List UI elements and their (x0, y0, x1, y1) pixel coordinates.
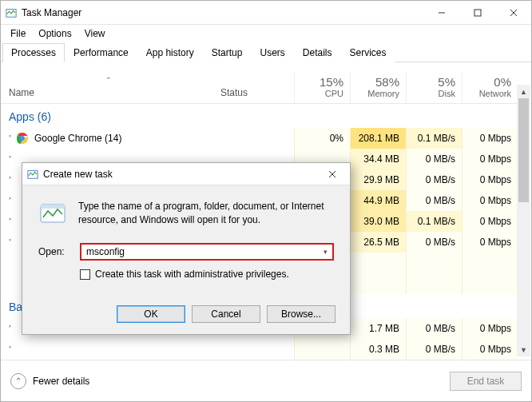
menubar: File Options View (1, 25, 531, 42)
disk-cell: 0 MB/s (406, 318, 462, 339)
tab-strip: Processes Performance App history Startu… (1, 42, 531, 62)
column-headers: ⌃ Name Status 15% CPU 58% Memory 5% Disk… (1, 62, 531, 104)
window-title: Task Manager (22, 7, 423, 18)
tab-processes[interactable]: Processes (2, 43, 65, 62)
tab-performance[interactable]: Performance (65, 43, 137, 62)
net-cell: 0 Mbps (462, 211, 518, 232)
table-row[interactable]: ˃Google Chrome (14)0%208.1 MB0.1 MB/s0 M… (1, 128, 531, 149)
ok-button[interactable]: OK (117, 305, 185, 323)
chevron-up-icon: ⌃ (10, 373, 26, 389)
process-name: Google Chrome (14) (30, 133, 214, 144)
expand-icon[interactable]: ˃ (1, 217, 15, 226)
mem-cell: 1.7 MB (350, 318, 406, 339)
metric-cell (350, 273, 406, 294)
dialog-icon (22, 169, 43, 180)
disk-cell: 0 MB/s (406, 169, 462, 190)
net-cell: 0 Mbps (462, 318, 518, 339)
scroll-up-icon[interactable]: ▲ (517, 85, 530, 98)
open-input[interactable] (81, 245, 318, 259)
admin-checkbox[interactable] (80, 269, 90, 280)
expand-icon[interactable]: ˃ (1, 197, 15, 205)
net-cell: 0 Mbps (462, 232, 518, 253)
mem-cell: 44.9 MB (350, 190, 406, 211)
mem-cell: 39.0 MB (350, 211, 406, 232)
expand-icon[interactable]: ˃ (1, 155, 15, 164)
col-cpu[interactable]: 15% CPU (294, 72, 350, 103)
mem-cell: 0.3 MB (350, 339, 406, 360)
maximize-button[interactable] (459, 1, 495, 25)
mem-cell: 29.9 MB (350, 169, 406, 190)
net-cell: 0 Mbps (462, 169, 518, 190)
disk-cell: 0.1 MB/s (406, 211, 462, 232)
disk-cell: 0 MB/s (406, 149, 462, 169)
table-row[interactable]: ˃0.3 MB0 MB/s0 Mbps (1, 339, 531, 360)
col-status[interactable]: Status (214, 84, 294, 103)
metric-cell (462, 273, 518, 294)
metric-cell (350, 253, 406, 273)
menu-options[interactable]: Options (32, 26, 77, 41)
cpu-cell: 0% (294, 128, 350, 149)
open-combobox[interactable]: ▾ (80, 243, 334, 261)
menu-view[interactable]: View (78, 26, 112, 41)
app-icon (15, 342, 30, 356)
expand-icon[interactable]: ˃ (1, 176, 15, 185)
metric-cell (462, 253, 518, 273)
end-task-button[interactable]: End task (450, 372, 522, 391)
svg-rect-12 (41, 205, 65, 209)
scroll-down-icon[interactable]: ▼ (517, 343, 530, 356)
disk-cell: 0 MB/s (406, 339, 462, 360)
run-icon (38, 200, 67, 229)
net-cell: 0 Mbps (462, 339, 518, 360)
browse-button[interactable]: Browse... (267, 305, 335, 323)
disk-cell: 0.1 MB/s (406, 128, 462, 149)
mem-cell: 34.4 MB (350, 149, 406, 169)
col-network[interactable]: 0% Network (462, 72, 518, 103)
net-cell: 0 Mbps (462, 149, 518, 169)
metric-cell (406, 253, 462, 273)
dialog-message: Type the name of a program, folder, docu… (78, 200, 334, 227)
disk-cell: 0 MB/s (406, 232, 462, 253)
col-name[interactable]: ⌃ Name (1, 73, 214, 103)
net-cell: 0 Mbps (462, 190, 518, 211)
cancel-button[interactable]: Cancel (192, 305, 260, 323)
sort-indicator-icon: ⌃ (9, 76, 208, 87)
fewer-details-button[interactable]: ⌃ Fewer details (10, 373, 89, 389)
chevron-down-icon[interactable]: ▾ (318, 248, 332, 256)
expand-icon[interactable]: ˃ (1, 134, 15, 143)
col-disk[interactable]: 5% Disk (406, 72, 462, 103)
expand-icon[interactable]: ˃ (1, 324, 15, 333)
metric-cell (406, 273, 462, 294)
group-apps[interactable]: Apps (6) (1, 104, 531, 128)
menu-file[interactable]: File (4, 26, 32, 41)
tab-details[interactable]: Details (294, 43, 341, 62)
minimize-button[interactable] (423, 1, 459, 25)
mem-cell: 208.1 MB (350, 128, 406, 149)
disk-cell: 0 MB/s (406, 190, 462, 211)
chrome-icon (15, 131, 30, 145)
expand-icon[interactable]: ˃ (1, 238, 15, 247)
open-label: Open: (38, 246, 70, 257)
close-button[interactable] (495, 1, 531, 25)
tab-app-history[interactable]: App history (137, 43, 203, 62)
window-titlebar: Task Manager (1, 1, 531, 25)
dialog-titlebar[interactable]: Create new task (22, 163, 350, 185)
footer-bar: ⌃ Fewer details End task (1, 360, 531, 401)
tab-startup[interactable]: Startup (203, 43, 252, 62)
dialog-close-button[interactable] (315, 163, 350, 185)
tab-users[interactable]: Users (251, 43, 293, 62)
app-icon (1, 7, 22, 18)
tab-services[interactable]: Services (341, 43, 395, 62)
admin-label: Create this task with administrative pri… (95, 269, 289, 280)
create-task-dialog: Create new task Type the name of a progr… (22, 162, 351, 335)
scroll-thumb[interactable] (518, 98, 529, 202)
vertical-scrollbar[interactable]: ▲ ▼ (517, 85, 530, 356)
svg-rect-2 (474, 10, 481, 16)
cpu-cell (294, 339, 350, 360)
mem-cell: 26.5 MB (350, 232, 406, 253)
expand-icon[interactable]: ˃ (1, 345, 15, 354)
net-cell: 0 Mbps (462, 128, 518, 149)
dialog-title: Create new task (43, 169, 315, 180)
col-memory[interactable]: 58% Memory (350, 72, 406, 103)
